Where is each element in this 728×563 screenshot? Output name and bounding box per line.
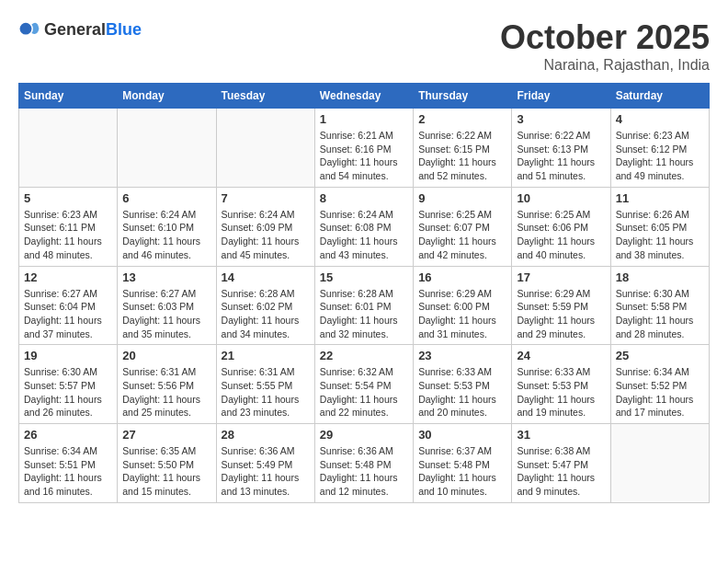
day-info: Sunrise: 6:23 AMSunset: 6:12 PMDaylight:… <box>616 129 704 183</box>
day-number: 3 <box>517 112 605 126</box>
day-info: Sunrise: 6:21 AMSunset: 6:16 PMDaylight:… <box>320 129 408 183</box>
weekday-monday: Monday <box>118 84 216 109</box>
day-cell-8: 8Sunrise: 6:24 AMSunset: 6:08 PMDaylight… <box>314 187 413 266</box>
day-info: Sunrise: 6:29 AMSunset: 5:59 PMDaylight:… <box>517 287 605 341</box>
day-number: 12 <box>24 270 112 284</box>
day-info: Sunrise: 6:24 AMSunset: 6:10 PMDaylight:… <box>122 208 210 262</box>
day-cell-23: 23Sunrise: 6:33 AMSunset: 5:53 PMDayligh… <box>414 345 512 424</box>
day-number: 2 <box>418 112 506 126</box>
day-info: Sunrise: 6:31 AMSunset: 5:55 PMDaylight:… <box>222 365 310 419</box>
weekday-tuesday: Tuesday <box>216 84 314 109</box>
day-number: 24 <box>517 349 605 362</box>
day-cell-22: 22Sunrise: 6:32 AMSunset: 5:54 PMDayligh… <box>314 345 413 424</box>
day-info: Sunrise: 6:36 AMSunset: 5:48 PMDaylight:… <box>320 444 408 499</box>
day-cell-3: 3Sunrise: 6:22 AMSunset: 6:13 PMDaylight… <box>512 109 610 188</box>
day-cell-10: 10Sunrise: 6:25 AMSunset: 6:06 PMDayligh… <box>512 187 610 266</box>
day-number: 17 <box>517 270 605 284</box>
day-info: Sunrise: 6:27 AMSunset: 6:04 PMDaylight:… <box>24 287 112 341</box>
weekday-friday: Friday <box>512 84 610 109</box>
day-info: Sunrise: 6:34 AMSunset: 5:51 PMDaylight:… <box>24 444 112 499</box>
day-info: Sunrise: 6:24 AMSunset: 6:08 PMDaylight:… <box>320 208 408 262</box>
day-cell-18: 18Sunrise: 6:30 AMSunset: 5:58 PMDayligh… <box>610 266 709 345</box>
day-number: 28 <box>222 428 310 442</box>
week-row-5: 26Sunrise: 6:34 AMSunset: 5:51 PMDayligh… <box>19 424 710 503</box>
day-number: 31 <box>517 428 605 442</box>
calendar-table: SundayMondayTuesdayWednesdayThursdayFrid… <box>18 83 710 503</box>
day-cell-30: 30Sunrise: 6:37 AMSunset: 5:48 PMDayligh… <box>414 424 512 503</box>
weekday-wednesday: Wednesday <box>314 84 413 109</box>
day-cell-17: 17Sunrise: 6:29 AMSunset: 5:59 PMDayligh… <box>512 266 610 345</box>
day-info: Sunrise: 6:26 AMSunset: 6:05 PMDaylight:… <box>616 208 704 262</box>
day-info: Sunrise: 6:34 AMSunset: 5:52 PMDaylight:… <box>616 365 704 419</box>
day-number: 11 <box>616 191 704 205</box>
day-info: Sunrise: 6:38 AMSunset: 5:47 PMDaylight:… <box>517 444 605 499</box>
day-info: Sunrise: 6:35 AMSunset: 5:50 PMDaylight:… <box>122 444 210 499</box>
day-cell-13: 13Sunrise: 6:27 AMSunset: 6:03 PMDayligh… <box>118 266 216 345</box>
day-cell-4: 4Sunrise: 6:23 AMSunset: 6:12 PMDaylight… <box>610 109 709 188</box>
day-cell-28: 28Sunrise: 6:36 AMSunset: 5:49 PMDayligh… <box>216 424 314 503</box>
day-number: 21 <box>222 349 310 362</box>
day-info: Sunrise: 6:30 AMSunset: 5:58 PMDaylight:… <box>616 287 704 341</box>
day-cell-19: 19Sunrise: 6:30 AMSunset: 5:57 PMDayligh… <box>19 345 118 424</box>
empty-cell <box>19 109 118 188</box>
empty-cell <box>610 424 709 503</box>
day-cell-31: 31Sunrise: 6:38 AMSunset: 5:47 PMDayligh… <box>512 424 610 503</box>
day-info: Sunrise: 6:31 AMSunset: 5:56 PMDaylight:… <box>122 365 210 419</box>
title-area: October 2025 Naraina, Rajasthan, India <box>500 18 710 74</box>
logo-text-blue: Blue <box>106 20 142 39</box>
day-info: Sunrise: 6:33 AMSunset: 5:53 PMDaylight:… <box>517 365 605 419</box>
day-number: 30 <box>418 428 506 442</box>
day-cell-24: 24Sunrise: 6:33 AMSunset: 5:53 PMDayligh… <box>512 345 610 424</box>
day-info: Sunrise: 6:22 AMSunset: 6:13 PMDaylight:… <box>517 129 605 183</box>
day-number: 22 <box>320 349 408 362</box>
day-cell-14: 14Sunrise: 6:28 AMSunset: 6:02 PMDayligh… <box>216 266 314 345</box>
day-info: Sunrise: 6:24 AMSunset: 6:09 PMDaylight:… <box>222 208 310 262</box>
day-cell-25: 25Sunrise: 6:34 AMSunset: 5:52 PMDayligh… <box>610 345 709 424</box>
day-number: 26 <box>24 428 112 442</box>
empty-cell <box>118 109 216 188</box>
day-number: 23 <box>418 349 506 362</box>
day-cell-29: 29Sunrise: 6:36 AMSunset: 5:48 PMDayligh… <box>314 424 413 503</box>
weekday-thursday: Thursday <box>414 84 512 109</box>
day-cell-21: 21Sunrise: 6:31 AMSunset: 5:55 PMDayligh… <box>216 345 314 424</box>
day-info: Sunrise: 6:25 AMSunset: 6:06 PMDaylight:… <box>517 208 605 262</box>
day-number: 14 <box>222 270 310 284</box>
day-cell-20: 20Sunrise: 6:31 AMSunset: 5:56 PMDayligh… <box>118 345 216 424</box>
week-row-4: 19Sunrise: 6:30 AMSunset: 5:57 PMDayligh… <box>19 345 710 424</box>
weekday-saturday: Saturday <box>610 84 709 109</box>
day-info: Sunrise: 6:25 AMSunset: 6:07 PMDaylight:… <box>418 208 506 262</box>
day-number: 16 <box>418 270 506 284</box>
day-info: Sunrise: 6:36 AMSunset: 5:49 PMDaylight:… <box>222 444 310 499</box>
day-number: 6 <box>122 191 210 205</box>
day-number: 9 <box>418 191 506 205</box>
day-info: Sunrise: 6:32 AMSunset: 5:54 PMDaylight:… <box>320 365 408 419</box>
header: GeneralBlue October 2025 Naraina, Rajast… <box>18 18 710 74</box>
day-cell-16: 16Sunrise: 6:29 AMSunset: 6:00 PMDayligh… <box>414 266 512 345</box>
day-cell-11: 11Sunrise: 6:26 AMSunset: 6:05 PMDayligh… <box>610 187 709 266</box>
day-info: Sunrise: 6:29 AMSunset: 6:00 PMDaylight:… <box>418 287 506 341</box>
day-number: 18 <box>616 270 704 284</box>
day-number: 20 <box>122 349 210 362</box>
week-row-1: 1Sunrise: 6:21 AMSunset: 6:16 PMDaylight… <box>19 109 710 188</box>
day-info: Sunrise: 6:37 AMSunset: 5:48 PMDaylight:… <box>418 444 506 499</box>
day-number: 27 <box>122 428 210 442</box>
day-number: 4 <box>616 112 704 126</box>
day-number: 10 <box>517 191 605 205</box>
day-cell-12: 12Sunrise: 6:27 AMSunset: 6:04 PMDayligh… <box>19 266 118 345</box>
day-cell-27: 27Sunrise: 6:35 AMSunset: 5:50 PMDayligh… <box>118 424 216 503</box>
day-cell-26: 26Sunrise: 6:34 AMSunset: 5:51 PMDayligh… <box>19 424 118 503</box>
calendar-subtitle: Naraina, Rajasthan, India <box>500 57 710 74</box>
day-number: 19 <box>24 349 112 362</box>
day-number: 25 <box>616 349 704 362</box>
day-number: 29 <box>320 428 408 442</box>
day-info: Sunrise: 6:28 AMSunset: 6:01 PMDaylight:… <box>320 287 408 341</box>
day-info: Sunrise: 6:22 AMSunset: 6:15 PMDaylight:… <box>418 129 506 183</box>
day-cell-1: 1Sunrise: 6:21 AMSunset: 6:16 PMDaylight… <box>314 109 413 188</box>
day-info: Sunrise: 6:23 AMSunset: 6:11 PMDaylight:… <box>24 208 112 262</box>
day-info: Sunrise: 6:27 AMSunset: 6:03 PMDaylight:… <box>122 287 210 341</box>
day-cell-7: 7Sunrise: 6:24 AMSunset: 6:09 PMDaylight… <box>216 187 314 266</box>
logo: GeneralBlue <box>18 18 142 40</box>
empty-cell <box>216 109 314 188</box>
day-info: Sunrise: 6:33 AMSunset: 5:53 PMDaylight:… <box>418 365 506 419</box>
day-cell-5: 5Sunrise: 6:23 AMSunset: 6:11 PMDaylight… <box>19 187 118 266</box>
